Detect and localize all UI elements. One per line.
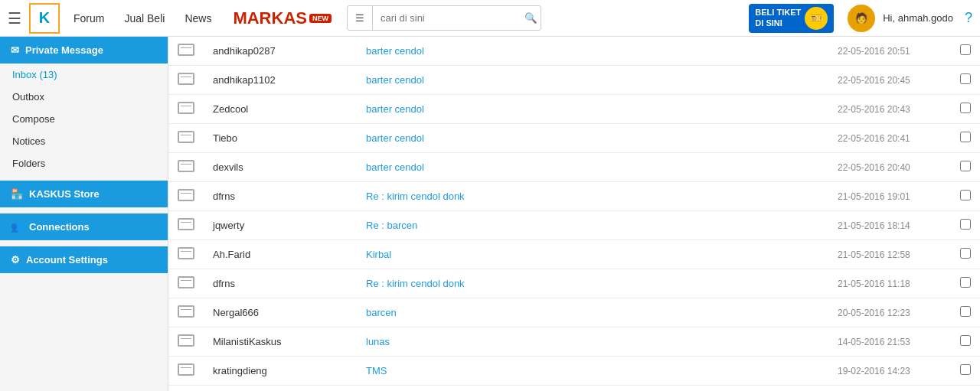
connections-label: Connections (29, 221, 90, 233)
msg-checkbox[interactable] (960, 335, 971, 346)
msg-checkbox-cell (951, 182, 980, 211)
msg-subject[interactable]: Re : barcen (357, 211, 828, 240)
sidebar-outbox[interactable]: Outbox (0, 86, 168, 108)
msg-icon-cell (168, 182, 204, 211)
envelope-icon (178, 102, 194, 114)
table-row: kratingdieng TMS 19-02-2016 14:23 (168, 357, 980, 386)
private-message-section[interactable]: ✉ Private Message (0, 37, 168, 64)
connections-section[interactable]: 👥 Connections (0, 213, 168, 240)
msg-date: 22-05-2016 20:51 (828, 37, 951, 66)
search-wrap: ☰ 🔍 (347, 5, 541, 31)
envelope-icon (178, 363, 194, 376)
msg-sender: kratingdieng (204, 357, 357, 386)
envelope-icon (178, 305, 194, 318)
msg-subject[interactable]: barter cendol (357, 37, 828, 66)
msg-checkbox-cell (951, 269, 980, 298)
msg-date: 21-05-2016 11:18 (828, 269, 951, 298)
msg-checkbox[interactable] (960, 161, 971, 171)
avatar[interactable]: 🧑 (848, 5, 875, 32)
hamburger-icon[interactable]: ☰ (8, 9, 21, 28)
envelope-icon (178, 160, 194, 172)
msg-date: 21-05-2016 19:01 (828, 182, 951, 211)
msg-sender: andhikap1102 (204, 66, 357, 95)
table-row: Tiebo barter cendol 22-05-2016 20:41 (168, 124, 980, 153)
msg-icon-cell (168, 240, 204, 269)
msg-checkbox[interactable] (960, 364, 971, 375)
msg-checkbox-cell (951, 298, 980, 327)
msg-checkbox[interactable] (960, 44, 971, 55)
kaskus-store-section[interactable]: 🏪 KASKUS Store (0, 181, 168, 207)
msg-icon-cell (168, 211, 204, 240)
msg-subject[interactable]: barter cendol (357, 95, 828, 124)
msg-subject[interactable]: Kirbal (357, 240, 828, 269)
msg-sender: andhikap0287 (204, 37, 357, 66)
msg-checkbox[interactable] (960, 277, 971, 288)
msg-sender: jqwerty (204, 211, 357, 240)
account-icon: ⚙ (11, 254, 20, 266)
logo[interactable]: K (29, 3, 60, 34)
msg-subject[interactable]: barcen (357, 298, 828, 327)
msg-checkbox-cell (951, 240, 980, 269)
msg-sender: MilanistiKaskus (204, 327, 357, 357)
msg-date: 22-05-2016 20:43 (828, 95, 951, 124)
msg-icon-cell (168, 95, 204, 124)
table-row: Zedcool barter cendol 22-05-2016 20:43 (168, 95, 980, 124)
help-icon[interactable]: ? (965, 10, 972, 26)
user-greeting[interactable]: Hi, ahmah.godo (883, 12, 953, 24)
msg-sender: dfrns (204, 269, 357, 298)
sidebar-notices[interactable]: Notices (0, 130, 168, 152)
store-label: KASKUS Store (29, 188, 100, 200)
search-button[interactable]: 🔍 (517, 8, 541, 28)
msg-icon-cell (168, 66, 204, 95)
message-table: andhikap0287 barter cendol 22-05-2016 20… (168, 37, 980, 386)
table-row: MilanistiKaskus lunas 14-05-2016 21:53 (168, 327, 980, 357)
msg-checkbox[interactable] (960, 190, 971, 200)
envelope-icon (178, 131, 194, 143)
msg-icon-cell (168, 269, 204, 298)
store-icon: 🏪 (11, 188, 23, 200)
msg-sender: dexvils (204, 153, 357, 182)
connections-icon: 👥 (11, 221, 23, 233)
search-input[interactable] (373, 8, 517, 28)
table-row: andhikap0287 barter cendol 22-05-2016 20… (168, 37, 980, 66)
msg-subject[interactable]: lunas (357, 327, 828, 357)
nav-news[interactable]: News (178, 12, 217, 24)
ad-banner[interactable]: BELI TIKET DI SINI 🎫 (749, 4, 834, 33)
sidebar-compose[interactable]: Compose (0, 108, 168, 130)
sidebar-inbox[interactable]: Inbox (13) (0, 64, 168, 86)
envelope-icon (178, 44, 194, 56)
msg-checkbox-cell (951, 124, 980, 153)
msg-checkbox-cell (951, 357, 980, 386)
layout: ✉ Private Message Inbox (13) Outbox Comp… (0, 37, 980, 391)
nav-jual-beli[interactable]: Jual Beli (118, 12, 171, 24)
msg-checkbox-cell (951, 37, 980, 66)
msg-subject[interactable]: Re : kirim cendol donk (357, 182, 828, 211)
msg-checkbox-cell (951, 66, 980, 95)
msg-checkbox[interactable] (960, 132, 971, 142)
menu-icon[interactable]: ☰ (348, 6, 373, 30)
msg-subject[interactable]: barter cendol (357, 66, 828, 95)
msg-checkbox[interactable] (960, 248, 971, 259)
msg-checkbox-cell (951, 327, 980, 357)
msg-icon-cell (168, 327, 204, 357)
msg-sender: Zedcool (204, 95, 357, 124)
msg-checkbox[interactable] (960, 306, 971, 317)
msg-subject[interactable]: barter cendol (357, 153, 828, 182)
msg-sender: Tiebo (204, 124, 357, 153)
envelope-icon (178, 247, 194, 259)
msg-checkbox[interactable] (960, 73, 971, 84)
sidebar-folders[interactable]: Folders (0, 152, 168, 174)
account-settings-section[interactable]: ⚙ Account Settings (0, 246, 168, 273)
nav-forum[interactable]: Forum (67, 12, 110, 24)
msg-subject[interactable]: Re : kirim cendol donk (357, 269, 828, 298)
new-badge: NEW (309, 14, 332, 23)
msg-checkbox[interactable] (960, 219, 971, 230)
msg-sender: dfrns (204, 182, 357, 211)
msg-checkbox[interactable] (960, 103, 971, 113)
msg-checkbox-cell (951, 95, 980, 124)
msg-subject[interactable]: TMS (357, 357, 828, 386)
brand-logo[interactable]: MARKAS NEW (233, 8, 332, 28)
pm-icon: ✉ (11, 44, 19, 56)
ad-icon: 🎫 (805, 7, 828, 30)
msg-subject[interactable]: barter cendol (357, 124, 828, 153)
